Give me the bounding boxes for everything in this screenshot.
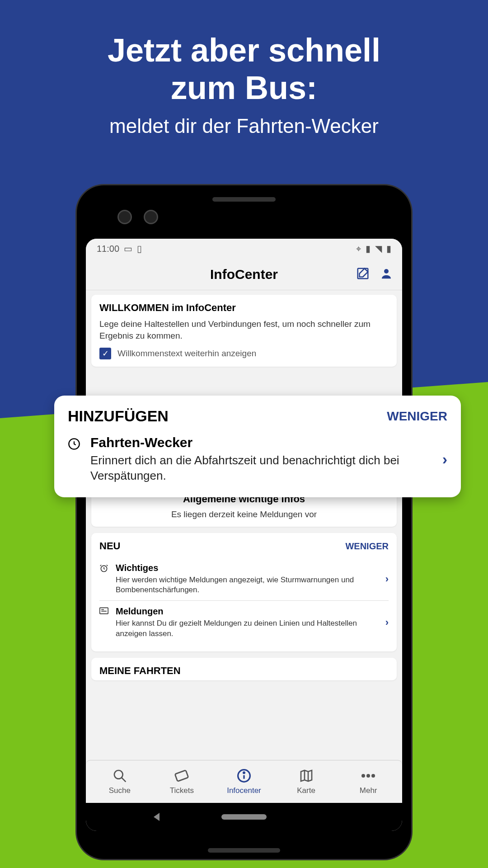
phone-camera-icon	[144, 210, 158, 224]
phone-bottom-speaker	[208, 848, 280, 853]
svg-point-6	[114, 770, 123, 779]
svg-point-11	[244, 772, 245, 774]
status-bar: 11:00 ▭ ▯ ⌖ ▮ ◥ ▮	[86, 239, 402, 259]
map-icon	[299, 768, 314, 783]
youtube-icon: ▭	[124, 243, 132, 254]
location-icon: ⌖	[356, 244, 361, 254]
nav-infocenter[interactable]: Infocenter	[213, 768, 275, 795]
ticket-icon	[174, 768, 189, 783]
item-desc: Hier kannst Du dir gezielt Meldungen zu …	[116, 618, 379, 638]
status-time: 11:00	[97, 244, 119, 254]
nav-more[interactable]: Mehr	[337, 768, 399, 795]
svg-point-1	[384, 269, 389, 274]
welcome-card: WILLKOMMEN im InfoCenter Lege deine Halt…	[91, 295, 397, 367]
chevron-right-icon: ›	[385, 573, 389, 585]
more-icon	[361, 768, 376, 783]
general-info-text: Es liegen derzeit keine Meldungen vor	[99, 509, 389, 519]
nav-search[interactable]: Suche	[89, 768, 151, 795]
my-trips-card: MEINE FAHRTEN	[91, 658, 397, 680]
promo-subtitle: meldet dir der Fahrten-Wecker	[0, 115, 488, 137]
wifi-icon: ◥	[375, 243, 382, 254]
android-back-button[interactable]	[154, 813, 160, 821]
svg-rect-8	[175, 770, 189, 782]
neu-title: NEU	[99, 540, 120, 552]
item-title: Wichtiges	[116, 563, 379, 573]
promo-title: Jetzt aber schnell zum Bus:	[0, 32, 488, 107]
promo-block: Jetzt aber schnell zum Bus: meldet dir d…	[0, 32, 488, 137]
app-header: InfoCenter	[86, 259, 402, 290]
my-trips-title: MEINE FAHRTEN	[91, 658, 397, 680]
item-desc: Hier werden wichtige Meldungen angezeigt…	[116, 575, 379, 595]
nav-map[interactable]: Karte	[275, 768, 338, 795]
add-popup: HINZUFÜGEN WENIGER Fahrten-Wecker Erinne…	[54, 396, 461, 497]
welcome-text: Lege deine Haltestellen und Verbindungen…	[99, 318, 389, 341]
search-icon	[113, 768, 127, 783]
list-item[interactable]: Wichtiges Hier werden wichtige Meldungen…	[99, 557, 389, 600]
svg-point-15	[366, 774, 370, 778]
profile-icon[interactable]	[380, 267, 393, 282]
vibrate-icon: ▮	[366, 243, 371, 254]
svg-point-14	[361, 774, 365, 778]
chevron-right-icon: ›	[385, 617, 389, 628]
info-icon	[237, 768, 251, 783]
list-item[interactable]: Meldungen Hier kannst Du dir gezielt Mel…	[99, 600, 389, 644]
neu-section-card: NEU WENIGER Wichtiges Hier werden wichti…	[91, 533, 397, 651]
welcome-title: WILLKOMMEN im InfoCenter	[99, 302, 389, 314]
popup-item[interactable]: Fahrten-Wecker Erinnert dich an die Abfa…	[68, 435, 447, 484]
chevron-right-icon: ›	[442, 450, 447, 468]
popup-title: HINZUFÜGEN	[68, 407, 169, 425]
android-nav-bar	[86, 803, 402, 831]
phone-speaker	[212, 197, 276, 202]
phone-camera-icon	[117, 210, 132, 224]
alarm-icon	[99, 564, 109, 575]
item-title: Meldungen	[116, 606, 379, 617]
android-home-pill[interactable]	[221, 814, 267, 820]
svg-point-16	[371, 774, 375, 778]
page-title: InfoCenter	[210, 267, 278, 282]
popup-less-button[interactable]: WENIGER	[387, 409, 447, 424]
app-screen: 11:00 ▭ ▯ ⌖ ▮ ◥ ▮ InfoCenter	[86, 239, 402, 831]
neu-less-button[interactable]: WENIGER	[345, 541, 389, 552]
bottom-nav: Suche Tickets Infocenter	[86, 760, 402, 803]
edit-icon[interactable]	[356, 267, 370, 282]
news-icon	[99, 607, 109, 616]
battery-icon: ▮	[386, 243, 391, 254]
phone-status-icon: ▯	[137, 243, 142, 254]
svg-line-7	[122, 778, 126, 782]
checkbox-label: Willkommenstext weiterhin anzeigen	[117, 349, 256, 359]
welcome-checkbox[interactable]: ✓	[99, 348, 111, 359]
phone-frame: 11:00 ▭ ▯ ⌖ ▮ ◥ ▮ InfoCenter	[77, 185, 411, 859]
popup-item-title: Fahrten-Wecker	[90, 435, 432, 450]
popup-item-desc: Erinnert dich an die Abfahrtszeit und be…	[90, 453, 432, 484]
nav-tickets[interactable]: Tickets	[151, 768, 213, 795]
clock-icon	[68, 438, 80, 452]
